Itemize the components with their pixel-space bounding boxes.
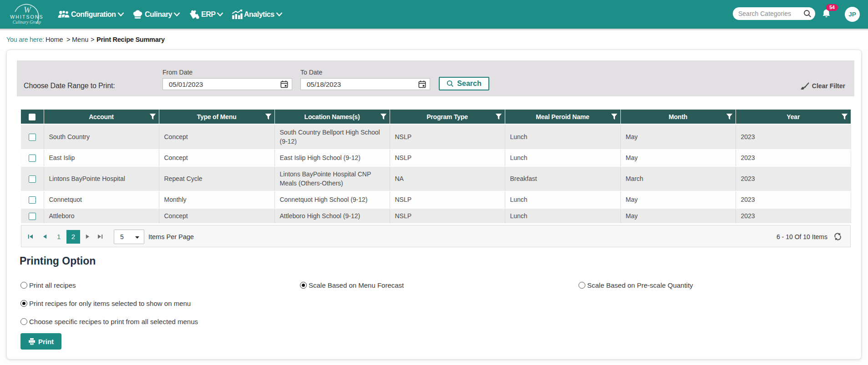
svg-text:Culinary Group: Culinary Group <box>13 20 41 25</box>
svg-text:W: W <box>24 5 32 15</box>
svg-text:WHITSONS: WHITSONS <box>10 14 43 20</box>
